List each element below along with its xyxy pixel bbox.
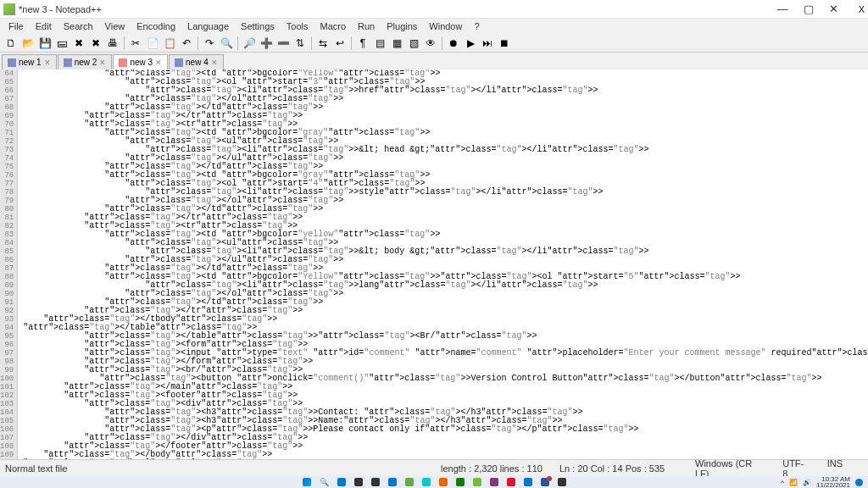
- paste-icon[interactable]: 📋: [162, 36, 177, 51]
- tray-wifi-icon[interactable]: 📶: [789, 479, 798, 486]
- tab-label: new 2: [75, 58, 97, 67]
- zoom-out-icon[interactable]: ➖: [275, 36, 291, 51]
- close-all-icon[interactable]: ✖: [88, 36, 103, 51]
- fold-icon[interactable]: ▦: [389, 36, 404, 51]
- print-icon[interactable]: 🖶: [105, 36, 120, 51]
- maximize-button[interactable]: ▢: [804, 3, 814, 15]
- tray-volume-icon[interactable]: 🔊: [803, 479, 811, 486]
- redo-icon[interactable]: ↷: [202, 36, 217, 51]
- undo-icon[interactable]: ↶: [179, 36, 194, 51]
- line-number: 86: [0, 256, 14, 264]
- menu-plugins[interactable]: Plugins: [381, 20, 422, 32]
- taskbar-app-8[interactable]: [473, 478, 481, 486]
- start-button[interactable]: [303, 478, 311, 486]
- tray-date[interactable]: 11/22/2021: [816, 482, 850, 488]
- window-title: *new 3 - Notepad++: [19, 4, 777, 14]
- taskbar-app-9[interactable]: [490, 478, 498, 486]
- tab-close-icon[interactable]: ✕: [211, 58, 218, 67]
- minimize-button[interactable]: —: [777, 3, 788, 15]
- menu-edit[interactable]: Edit: [31, 20, 57, 32]
- line-number: 91: [0, 298, 14, 307]
- play-multi-icon[interactable]: ⏭: [480, 36, 495, 51]
- line-number: 83: [0, 230, 14, 239]
- stop-icon[interactable]: ⏹: [497, 36, 512, 51]
- line-number: 67: [0, 95, 14, 103]
- hidden-icon[interactable]: 👁: [423, 36, 438, 51]
- line-number: 68: [0, 103, 14, 112]
- play-icon[interactable]: ▶: [463, 36, 478, 51]
- taskbar-app-0[interactable]: [337, 478, 346, 486]
- line-number: 70: [0, 120, 14, 129]
- line-number: 96: [0, 341, 14, 349]
- indent-icon[interactable]: ▤: [372, 36, 387, 51]
- menu-settings[interactable]: Settings: [236, 20, 280, 32]
- status-filetype: Normal text file: [0, 463, 441, 474]
- menu-run[interactable]: Run: [353, 20, 380, 32]
- tab-new-3[interactable]: new 3✕: [113, 54, 168, 69]
- tab-close-icon[interactable]: ✕: [155, 58, 162, 67]
- sync-h-icon[interactable]: ⇆: [315, 36, 331, 51]
- menu-macro[interactable]: Macro: [314, 20, 351, 32]
- taskbar-app-10[interactable]: [507, 478, 515, 486]
- tab-close-icon[interactable]: ✕: [44, 58, 51, 67]
- cut-icon[interactable]: ✂: [128, 36, 143, 51]
- taskbar-app-5[interactable]: [422, 478, 431, 486]
- taskbar-app-4[interactable]: [405, 478, 414, 486]
- menu-file[interactable]: File: [3, 20, 29, 32]
- line-number: 100: [0, 374, 14, 383]
- menu-search[interactable]: Search: [58, 20, 98, 32]
- menu-view[interactable]: View: [100, 20, 131, 32]
- menu-tools[interactable]: Tools: [281, 20, 314, 32]
- tray-notif-icon[interactable]: [855, 479, 863, 486]
- taskbar-app-2[interactable]: [371, 478, 380, 486]
- sync-v-icon[interactable]: ⇅: [292, 36, 308, 51]
- app-icon: [3, 3, 15, 15]
- line-number: 65: [0, 78, 14, 86]
- save-icon[interactable]: 💾: [37, 36, 53, 51]
- line-number: 106: [0, 425, 14, 434]
- taskbar-app-6[interactable]: [439, 478, 448, 486]
- menu-help[interactable]: ?: [469, 20, 484, 32]
- menu-window[interactable]: Window: [424, 20, 467, 32]
- taskbar-app-12[interactable]: [541, 478, 549, 486]
- save-all-icon[interactable]: 🖴: [54, 36, 70, 51]
- taskbar-app-7[interactable]: [456, 478, 465, 486]
- line-number: 103: [0, 400, 14, 408]
- find-icon[interactable]: 🔍: [219, 36, 234, 51]
- tab-new-2[interactable]: new 2✕: [58, 54, 113, 69]
- line-number: 76: [0, 171, 14, 180]
- line-number: 71: [0, 129, 14, 137]
- line-number: 78: [0, 188, 14, 197]
- tab-close-icon[interactable]: ✕: [99, 58, 106, 67]
- taskbar-app-1[interactable]: [354, 478, 363, 486]
- taskbar-app-13[interactable]: [558, 478, 566, 486]
- search-icon[interactable]: 🔍: [320, 478, 329, 486]
- wrap-icon[interactable]: ↩: [332, 36, 348, 51]
- all-chars-icon[interactable]: ¶: [355, 36, 370, 51]
- tab-new-1[interactable]: new 1✕: [2, 54, 57, 69]
- line-number: 102: [0, 391, 14, 400]
- menu-language[interactable]: Language: [182, 20, 234, 32]
- copy-icon[interactable]: 📄: [145, 36, 160, 51]
- status-position: Ln : 20 Col : 14 Pos : 535: [559, 463, 695, 474]
- open-icon[interactable]: 📂: [20, 36, 36, 51]
- line-number: 85: [0, 247, 14, 256]
- file-icon: [119, 58, 127, 67]
- taskbar-app-3[interactable]: [388, 478, 397, 486]
- new-icon[interactable]: 🗋: [3, 36, 19, 51]
- code-editor[interactable]: "attr">class="tag"><td "attr">bgcolor="Y…: [18, 69, 868, 459]
- record-icon[interactable]: ⏺: [446, 36, 461, 51]
- unfold-icon[interactable]: ▧: [406, 36, 421, 51]
- zoom-in-icon[interactable]: ➕: [259, 36, 274, 51]
- menu-encoding[interactable]: Encoding: [131, 20, 181, 32]
- close-window-button[interactable]: ✕: [829, 3, 838, 15]
- replace-icon[interactable]: 🔎: [242, 36, 257, 51]
- close-icon[interactable]: ✖: [71, 36, 86, 51]
- line-number: 88: [0, 273, 14, 281]
- close-x[interactable]: X: [859, 4, 865, 14]
- tab-new-4[interactable]: new 4✕: [169, 54, 224, 69]
- tray-chevron-icon[interactable]: ^: [781, 479, 784, 486]
- line-number: 69: [0, 112, 14, 120]
- taskbar-app-11[interactable]: [524, 478, 532, 486]
- line-number: 101: [0, 383, 14, 391]
